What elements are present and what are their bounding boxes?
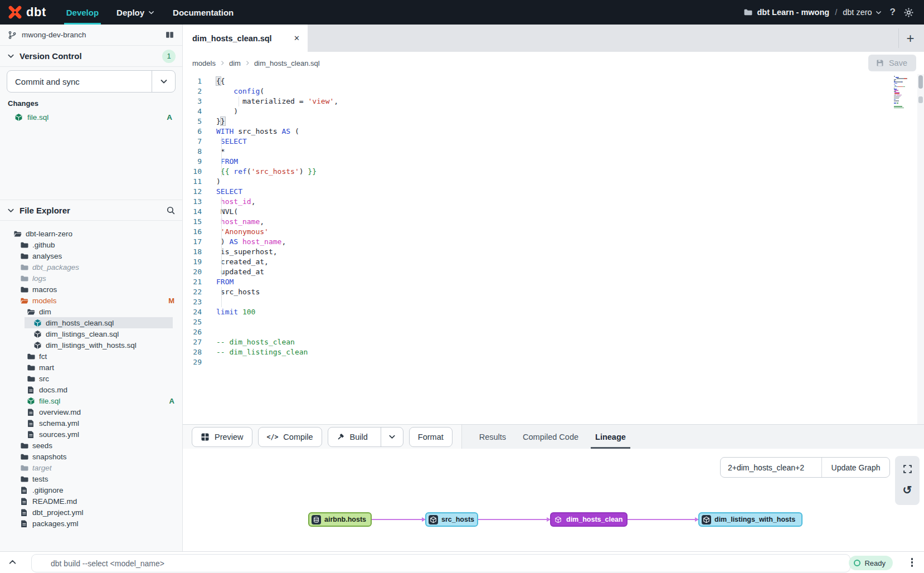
project-name: dbt Learn - mwong [757, 8, 829, 17]
file-explorer-title: File Explorer [20, 206, 70, 215]
commit-options-caret[interactable] [152, 71, 175, 92]
changed-file-row[interactable]: file.sql A [8, 111, 176, 123]
build-options-caret[interactable] [381, 428, 403, 446]
code-line-6: 6WITH src_hosts AS ( [183, 127, 916, 137]
nav-develop[interactable]: Develop [57, 0, 108, 25]
reset-view-button[interactable]: ↺ [903, 483, 912, 497]
environment-name[interactable]: dbt zero [843, 8, 882, 17]
file-explorer-header[interactable]: File Explorer [0, 200, 182, 221]
tree-item-seeds[interactable]: seeds [0, 440, 182, 451]
tree-item-dim[interactable]: dim [0, 306, 182, 317]
folder-icon [20, 464, 28, 472]
code-line-23: 23 [183, 297, 916, 307]
nav-deploy[interactable]: Deploy [108, 0, 164, 25]
scrollbar-thumb[interactable] [918, 75, 923, 89]
tree-item--github[interactable]: .github [0, 239, 182, 250]
command-input[interactable]: dbt build --select <model_name> [31, 554, 850, 572]
search-icon[interactable] [166, 206, 176, 215]
grid-icon [201, 433, 210, 441]
new-tab-button[interactable]: + [898, 28, 922, 48]
tree-item-dim-hosts-clean-sql[interactable]: dim_hosts_clean.sql [0, 317, 182, 328]
tree-item-snapshots[interactable]: snapshots [0, 451, 182, 462]
editor-minimap[interactable] [894, 76, 914, 110]
account-switcher[interactable]: dbt Learn - mwong / dbt zero [743, 8, 882, 17]
tree-item--gitignore[interactable]: .gitignore [0, 484, 182, 496]
tree-item-macros[interactable]: macros [0, 284, 182, 295]
tree-item-dbt-learn-zero[interactable]: dbt-learn-zero [0, 228, 182, 239]
tab-compiled-code[interactable]: Compiled Code [514, 425, 587, 449]
tree-item-sources-yml[interactable]: sources.yml [0, 429, 182, 440]
tree-item-target[interactable]: target [0, 462, 182, 473]
code-editor[interactable]: 1{{2 config(3 materialized = 'view',4 )5… [183, 74, 924, 424]
build-button[interactable]: Build [328, 428, 376, 446]
breadcrumb-dim[interactable]: dim [229, 59, 241, 67]
tab-lineage[interactable]: Lineage [587, 425, 634, 449]
nav-documentation[interactable]: Documentation [164, 0, 242, 25]
lineage-node-airbnb-hosts[interactable]: airbnb.hosts [308, 512, 372, 527]
dbt-logo[interactable]: dbt [0, 0, 57, 25]
tab-dim-hosts-clean[interactable]: dim_hosts_clean.sql ✕ [183, 25, 308, 52]
close-tab-icon[interactable]: ✕ [294, 34, 300, 42]
tree-item-src[interactable]: src [0, 373, 182, 384]
results-tabs: Results Compiled Code Lineage [461, 425, 924, 449]
tab-results[interactable]: Results [471, 425, 514, 449]
code-line-1: 1{{ [183, 76, 916, 86]
tree-item-overview-md[interactable]: overview.md [0, 406, 182, 417]
tree-item-logs[interactable]: logs [0, 273, 182, 284]
tree-item-analyses[interactable]: analyses [0, 250, 182, 261]
tree-item-tests[interactable]: tests [0, 473, 182, 484]
lineage-node-dim-hosts-clean[interactable]: dim_hosts_clean [550, 512, 628, 527]
code-line-2: 2 config( [183, 86, 916, 96]
preview-button[interactable]: Preview [192, 427, 252, 447]
folder-icon [20, 252, 28, 260]
cube-icon [33, 341, 42, 349]
code-line-20: 20 updated_at [183, 267, 916, 277]
folder-icon [20, 285, 28, 294]
code-line-4: 4 ) [183, 106, 916, 116]
branch-row: mwong-dev-branch [0, 25, 182, 46]
editor-scrollbar[interactable] [917, 74, 924, 424]
tree-item-docs-md[interactable]: docs.md [0, 384, 182, 395]
tree-item-readme-md[interactable]: README.md [0, 496, 182, 507]
folder-open-icon [27, 308, 35, 316]
lineage-selector-input[interactable]: 2+dim_hosts_clean+2 [721, 458, 821, 477]
cube-icon [33, 319, 42, 327]
docs-pages-icon[interactable] [165, 30, 174, 40]
model-cube-icon [702, 515, 711, 525]
breadcrumb-file[interactable]: dim_hosts_clean.sql [254, 59, 320, 67]
tree-item-dim-listings-clean-sql[interactable]: dim_listings_clean.sql [0, 328, 182, 339]
code-line-21: 21FROM [183, 277, 916, 287]
gear-icon[interactable] [903, 7, 914, 18]
status-bar: dbt build --select <model_name> Ready [0, 551, 924, 573]
breadcrumb-models[interactable]: models [192, 59, 216, 67]
tree-item-packages-yml[interactable]: packages.yml [0, 518, 182, 529]
version-control-header[interactable]: Version Control 1 [0, 46, 182, 67]
update-graph-button[interactable]: Update Graph [821, 458, 889, 477]
changes-label: Changes [8, 99, 176, 108]
file-explorer-section: File Explorer dbt-learn-zero.githubanaly… [0, 200, 182, 551]
tree-item-file-sql[interactable]: file.sqlA [0, 395, 182, 406]
lineage-edge [478, 519, 550, 520]
tree-item-dbt-packages[interactable]: dbt_packages [0, 261, 182, 273]
lineage-node-src-hosts[interactable]: src_hosts [425, 512, 478, 527]
code-line-3: 3 materialized = 'view', [183, 96, 916, 106]
commit-and-sync-button[interactable]: Commit and sync [7, 71, 152, 92]
tree-item-fct[interactable]: fct [0, 351, 182, 362]
tree-item-dbt-project-yml[interactable]: dbt_project.yml [0, 507, 182, 518]
folder-icon [27, 375, 35, 383]
kebab-menu-icon[interactable] [910, 557, 915, 568]
fullscreen-button[interactable] [903, 464, 912, 474]
compile-button[interactable]: </> Compile [258, 427, 322, 447]
code-line-18: 18 is_superhost, [183, 247, 916, 257]
lineage-node-dim-listings-with-hosts[interactable]: dim_listings_with_hosts [698, 512, 803, 527]
folder-icon [20, 241, 28, 249]
tree-item-mart[interactable]: mart [0, 362, 182, 373]
help-icon[interactable]: ? [890, 7, 896, 18]
tree-item-dim-listings-with-hosts-sql[interactable]: dim_listings_with_hosts.sql [0, 339, 182, 351]
format-button[interactable]: Format [409, 427, 453, 447]
save-button[interactable]: Save [868, 55, 916, 71]
file-icon [20, 497, 28, 506]
expand-command-bar-button[interactable] [8, 557, 17, 567]
tree-item-models[interactable]: modelsM [0, 295, 182, 306]
tree-item-schema-yml[interactable]: schema.yml [0, 417, 182, 429]
